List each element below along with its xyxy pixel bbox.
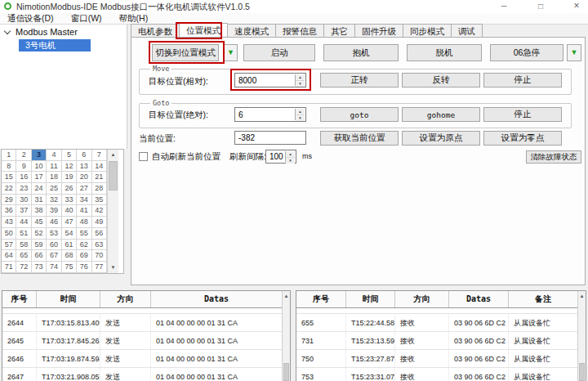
grid-cell[interactable]: 39 [47, 205, 61, 217]
grid-cell[interactable]: 18 [47, 172, 61, 183]
grid-cell[interactable]: 46 [47, 217, 61, 228]
log-row[interactable]: 2645T17:03:17.845.262发送01 04 00 00 00 01… [2, 332, 290, 350]
mode-dropdown-icon[interactable]: ▼ [224, 44, 238, 61]
grid-cell[interactable]: 16 [16, 172, 31, 183]
grid-cell[interactable]: 35 [92, 195, 107, 206]
spin-down-icon[interactable]: ▼ [296, 81, 305, 87]
move-stop-button[interactable]: 停止 [483, 73, 562, 87]
set-origin-button[interactable]: 设置为原点 [402, 131, 480, 146]
tree-node-motor-3[interactable]: 3号电机 [19, 39, 91, 52]
grid-cell[interactable]: 68 [62, 250, 77, 262]
tab-alarm-info[interactable]: 报警信息 [276, 24, 324, 38]
grid-cell[interactable]: 38 [32, 205, 47, 217]
grid-cell[interactable]: 32 [47, 195, 61, 206]
grid-cell[interactable]: 24 [32, 183, 47, 195]
grid-cell[interactable]: 69 [77, 250, 91, 262]
grid-cell[interactable]: 54 [62, 228, 77, 240]
grid-cell[interactable]: 17 [32, 172, 47, 183]
grid-cell[interactable]: 36 [2, 205, 16, 217]
grid-cell[interactable]: 48 [77, 217, 91, 228]
grid-cell[interactable]: 64 [2, 250, 16, 262]
current-position-input[interactable] [235, 132, 305, 144]
estop-button[interactable]: 06急停 [490, 44, 564, 61]
grid-cell[interactable]: 62 [77, 240, 91, 251]
grid-cell[interactable]: 26 [62, 183, 77, 195]
recv-log-scrollbar-thumb[interactable] [579, 363, 585, 381]
grid-cell[interactable]: 41 [77, 205, 91, 217]
relative-target-stepper[interactable]: ▲ ▼ [295, 74, 305, 86]
grid-cell[interactable]: 6 [77, 150, 91, 161]
grid-scrollbar[interactable]: ▲ ▼ [107, 150, 118, 273]
auto-refresh-checkbox[interactable] [139, 152, 148, 161]
grid-cell[interactable]: 70 [92, 250, 107, 262]
tab-other[interactable]: 其它 [324, 24, 355, 38]
column-header[interactable]: Datas [449, 291, 509, 307]
grid-cell[interactable]: 33 [62, 195, 77, 206]
reverse-button[interactable]: 反转 [402, 73, 480, 87]
grid-cell[interactable]: 50 [2, 228, 16, 240]
grid-cell[interactable]: 52 [32, 228, 47, 240]
grid-cell[interactable]: 63 [92, 240, 107, 251]
grid-cell[interactable]: 57 [2, 240, 16, 251]
tab-sync-mode[interactable]: 同步模式 [403, 24, 452, 38]
grid-cell[interactable]: 75 [62, 262, 77, 273]
grid-cell[interactable]: 65 [16, 250, 31, 262]
tab-speed-mode[interactable]: 速度模式 [228, 24, 276, 38]
scroll-up-icon[interactable]: ▲ [283, 291, 290, 301]
log-row[interactable]: 2643T17:03:13.780.056发送01 04 00 00 00 01… [2, 308, 290, 314]
grid-cell[interactable]: 58 [16, 240, 31, 251]
log-row[interactable]: 651T15:22:40.551.…接收03 90 06 6D C2从属设备忙 [296, 308, 586, 314]
grid-cell[interactable]: 45 [32, 217, 47, 228]
scroll-up-icon[interactable]: ▲ [578, 291, 586, 301]
spin-up-icon[interactable]: ▲ [296, 109, 305, 115]
grid-cell[interactable]: 29 [2, 195, 16, 206]
grid-cell[interactable]: 12 [62, 161, 77, 173]
grid-cell[interactable]: 8 [2, 161, 16, 173]
grid-cell[interactable]: 73 [32, 262, 47, 273]
absolute-target-stepper[interactable]: ▲ ▼ [295, 109, 305, 120]
grid-cell[interactable]: 14 [92, 161, 107, 173]
grid-cell[interactable]: 40 [62, 205, 77, 217]
grid-cell[interactable]: 60 [47, 240, 61, 251]
spin-down-icon[interactable]: ▼ [296, 115, 305, 121]
estop-dropdown-icon[interactable]: ▼ [567, 44, 581, 61]
grid-cell[interactable]: 2 [16, 150, 31, 161]
grid-cell[interactable]: 34 [77, 195, 91, 206]
menu-window[interactable]: 窗口(W) [64, 13, 109, 24]
grid-cell[interactable]: 13 [77, 161, 91, 173]
grid-cell[interactable]: 25 [47, 183, 61, 195]
menu-comm-device[interactable]: 通信设备(D) [0, 13, 61, 24]
grid-cell[interactable]: 1 [2, 150, 16, 161]
tab-debug[interactable]: 调试 [452, 24, 483, 38]
grid-cell[interactable]: 51 [16, 228, 31, 240]
switch-to-position-mode-button[interactable]: 切换到位置模式 [152, 44, 219, 61]
column-header[interactable]: 备注 [509, 291, 578, 307]
grid-cell[interactable]: 3 [32, 150, 47, 161]
grid-cell[interactable]: 9 [16, 161, 31, 173]
column-header[interactable]: 序号 [296, 291, 346, 307]
grid-cell[interactable]: 15 [2, 172, 16, 183]
get-current-position-button[interactable]: 获取当前位置 [320, 131, 399, 146]
column-header[interactable]: 时间 [37, 291, 100, 307]
release-button[interactable]: 脱机 [407, 44, 482, 61]
goto-stop-button[interactable]: 停止 [483, 107, 562, 122]
minimize-icon[interactable]: ─ [492, 0, 515, 13]
grid-cell[interactable]: 19 [62, 172, 77, 183]
clear-fault-button[interactable]: 清除故障状态 [526, 150, 581, 164]
grid-cell[interactable]: 10 [32, 161, 47, 173]
log-row[interactable]: 750T15:23:27.871.…接收03 90 06 6D C2从属设备忙 [296, 350, 586, 368]
set-zero-button[interactable]: 设置为零点 [483, 131, 562, 146]
spin-down-icon[interactable]: ▼ [286, 158, 295, 164]
column-header[interactable]: 时间 [346, 291, 395, 307]
scroll-down-icon[interactable]: ▼ [108, 262, 118, 273]
grid-cell[interactable]: 20 [77, 172, 91, 183]
spin-up-icon[interactable]: ▲ [296, 74, 305, 81]
grid-cell[interactable]: 37 [16, 205, 31, 217]
column-header[interactable]: 方向 [100, 291, 151, 307]
gohome-button[interactable]: gohome [402, 107, 480, 122]
grid-cell[interactable]: 72 [16, 262, 31, 273]
column-header[interactable]: Datas [151, 291, 283, 307]
log-row[interactable]: 731T15:23:13.590.…接收03 90 06 6D C2从属设备忙 [296, 332, 586, 350]
grid-cell[interactable]: 76 [77, 262, 91, 273]
grid-scrollbar-thumb[interactable] [109, 161, 118, 190]
